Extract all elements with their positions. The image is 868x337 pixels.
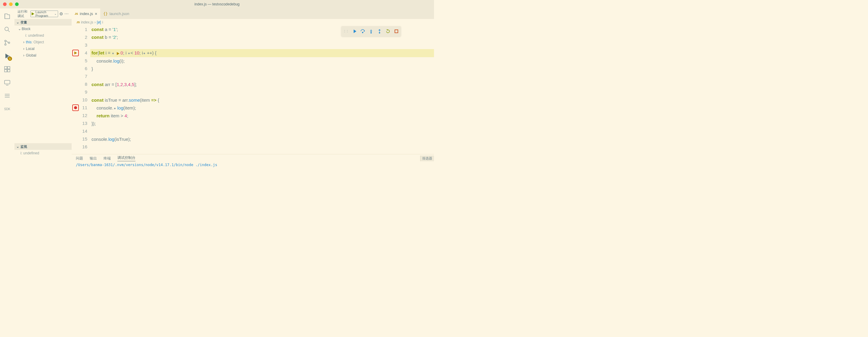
window-controls bbox=[0, 2, 19, 6]
launch-config-select[interactable]: Launch Program ⌄ bbox=[30, 10, 58, 17]
scope-local[interactable]: ›Local bbox=[14, 45, 72, 52]
menu-icon[interactable] bbox=[3, 91, 11, 100]
breakpoint-gutter[interactable] bbox=[72, 26, 80, 154]
scope-global[interactable]: ›Global bbox=[14, 52, 72, 59]
bottom-panel: 问题 输出 终端 调试控制台 筛选器 /Users/banma-1631/.nv… bbox=[72, 154, 434, 168]
js-file-icon: JS bbox=[76, 21, 80, 24]
breadcrumb-file: index.js bbox=[81, 20, 93, 24]
titlebar: index.js — testvscodedebug bbox=[0, 0, 434, 8]
start-debug-icon[interactable] bbox=[31, 12, 35, 16]
activity-bar: 1 SDK bbox=[0, 8, 14, 168]
svg-point-1 bbox=[5, 40, 6, 42]
editor-area: JS index.js × {} launch.json JS index.js… bbox=[72, 8, 434, 168]
more-icon[interactable]: ⋯ bbox=[64, 11, 69, 16]
debug-sidebar: 运行和调试 Launch Program ⌄ ⚙ ⋯ ⌄变量 ⌄Block i:… bbox=[14, 8, 72, 168]
sdk-icon[interactable]: SDK bbox=[3, 105, 11, 113]
watch-section-header[interactable]: ⌄监视 bbox=[14, 143, 72, 150]
code-content[interactable]: const a = '1'; const b = '2'; for(let i … bbox=[90, 26, 434, 154]
close-icon[interactable]: × bbox=[95, 11, 97, 16]
chevron-down-icon: ⌄ bbox=[16, 20, 20, 24]
chevron-right-icon: › bbox=[94, 20, 96, 24]
filter-input[interactable]: 筛选器 bbox=[420, 156, 434, 161]
editor-tabs: JS index.js × {} launch.json bbox=[72, 8, 434, 19]
debug-console-output[interactable]: /Users/banma-1631/.nvm/versions/node/v14… bbox=[72, 162, 434, 167]
breakpoint-marker[interactable] bbox=[72, 104, 79, 111]
panel-tab-output[interactable]: 输出 bbox=[90, 156, 97, 161]
panel-tab-debug-console[interactable]: 调试控制台 bbox=[117, 155, 135, 161]
svg-point-0 bbox=[5, 27, 8, 31]
breadcrumb[interactable]: JS index.js › [ø] i bbox=[72, 19, 434, 26]
svg-point-2 bbox=[5, 44, 6, 45]
svg-rect-6 bbox=[7, 66, 10, 69]
chevron-right-icon: › bbox=[22, 53, 26, 58]
inline-value-dot bbox=[128, 53, 130, 54]
variable-this[interactable]: ›this: Object bbox=[14, 39, 72, 45]
chevron-down-icon: ⌄ bbox=[16, 145, 20, 149]
json-file-icon: {} bbox=[103, 12, 107, 16]
chevron-down-icon: ⌄ bbox=[18, 27, 22, 31]
variable-i[interactable]: i: undefined bbox=[14, 32, 72, 39]
svg-rect-7 bbox=[4, 69, 7, 72]
watch-item-i[interactable]: i: undefined bbox=[14, 150, 72, 156]
scope-block[interactable]: ⌄Block bbox=[14, 26, 72, 32]
chevron-right-icon: › bbox=[22, 40, 26, 44]
inline-value-dot bbox=[114, 108, 116, 109]
tab-label: launch.json bbox=[110, 11, 129, 16]
inline-value-dot bbox=[144, 53, 145, 54]
logpoint-marker[interactable] bbox=[72, 50, 79, 56]
source-control-icon[interactable] bbox=[3, 38, 11, 47]
symbol-icon: [ø] bbox=[97, 20, 101, 24]
panel-tab-problems[interactable]: 问题 bbox=[76, 156, 83, 161]
js-file-icon: JS bbox=[75, 12, 78, 16]
chevron-right-icon: › bbox=[22, 47, 26, 51]
inline-logpoint-icon bbox=[116, 49, 120, 57]
window-title: index.js — testvscodedebug bbox=[194, 2, 240, 6]
minimize-window-button[interactable] bbox=[9, 2, 13, 6]
svg-point-3 bbox=[8, 42, 10, 43]
tab-launch-json[interactable]: {} launch.json bbox=[100, 8, 132, 19]
debug-badge: 1 bbox=[8, 57, 12, 61]
code-editor[interactable]: ⋮⋮ 123 456 789 bbox=[72, 26, 434, 154]
sidebar-title: 运行和调试 bbox=[18, 9, 30, 18]
close-window-button[interactable] bbox=[3, 2, 7, 6]
explorer-icon[interactable] bbox=[3, 12, 11, 21]
variables-section-header[interactable]: ⌄变量 bbox=[14, 19, 72, 26]
panel-tab-terminal[interactable]: 终端 bbox=[103, 156, 111, 161]
launch-config-label: Launch Program bbox=[35, 10, 53, 18]
tab-label: index.js bbox=[80, 11, 93, 16]
tab-index-js[interactable]: JS index.js × bbox=[72, 8, 100, 19]
gear-icon[interactable]: ⚙ bbox=[59, 11, 63, 16]
inline-value-dot bbox=[112, 53, 114, 54]
line-numbers: 123 456 789 101112 131415 16 bbox=[80, 26, 90, 154]
run-debug-icon[interactable]: 1 bbox=[3, 52, 11, 60]
maximize-window-button[interactable] bbox=[15, 2, 19, 6]
svg-rect-8 bbox=[7, 69, 10, 72]
remote-icon[interactable] bbox=[3, 78, 11, 87]
breadcrumb-symbol: i bbox=[102, 20, 103, 24]
svg-rect-9 bbox=[4, 80, 10, 84]
extensions-icon[interactable] bbox=[3, 65, 11, 73]
search-icon[interactable] bbox=[3, 25, 11, 34]
svg-rect-5 bbox=[4, 66, 7, 69]
chevron-down-icon[interactable]: ⌄ bbox=[53, 12, 58, 16]
